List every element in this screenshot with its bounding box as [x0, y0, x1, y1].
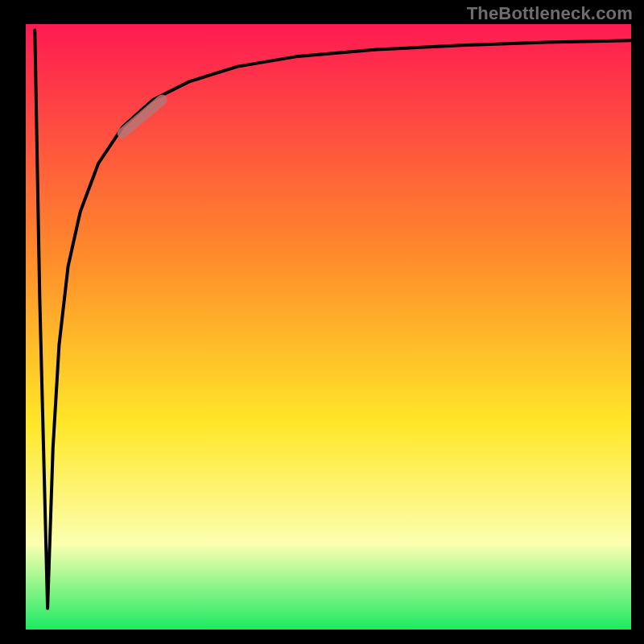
watermark-text: TheBottleneck.com: [467, 3, 633, 24]
gradient-plot-area: [26, 24, 631, 630]
chart-frame: { "watermark": "TheBottleneck.com", "col…: [0, 0, 644, 644]
chart-svg: [0, 0, 644, 644]
